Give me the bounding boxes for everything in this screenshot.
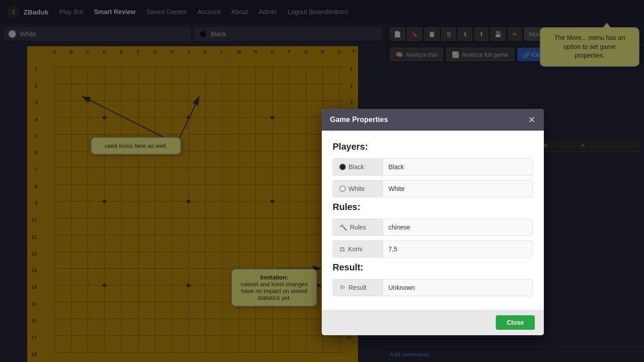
black-stone-modal-icon (339, 164, 346, 170)
rules-section: Rules: 🔨 Rules ⚖ Komi (333, 202, 533, 258)
players-section: Players: Black White (333, 142, 533, 197)
rules-label-text: Rules (350, 224, 366, 231)
players-section-title: Players: (333, 142, 533, 152)
black-player-row: Black (333, 158, 533, 176)
flag-icon: 🏳 (339, 284, 346, 291)
black-player-label: Black (333, 159, 383, 175)
result-row: 🏳 Result (333, 279, 533, 296)
modal-footer: Close (322, 310, 544, 335)
result-section: Result: 🏳 Result (333, 262, 533, 296)
scale-icon: ⚖ (339, 245, 345, 253)
result-input[interactable] (383, 279, 533, 296)
white-player-label: White (333, 181, 383, 197)
rules-row: 🔨 Rules (333, 219, 533, 236)
result-label: 🏳 Result (333, 279, 383, 296)
rules-input[interactable] (383, 219, 533, 235)
modal-title: Game Properties (330, 116, 388, 124)
rules-section-title: Rules: (333, 202, 533, 212)
rules-label: 🔨 Rules (333, 219, 383, 235)
result-section-title: Result: (333, 262, 533, 273)
modal-body: Players: Black White Rules: (322, 131, 544, 310)
hammer-icon: 🔨 (339, 224, 347, 231)
komi-label: ⚖ Komi (333, 241, 383, 257)
white-player-row: White (333, 180, 533, 197)
white-stone-modal-icon (339, 186, 346, 192)
result-label-text: Result (349, 284, 367, 291)
white-player-input[interactable] (383, 181, 533, 197)
modal-close-button[interactable]: Close (496, 315, 535, 330)
modal-header: Game Properties ✕ (322, 109, 544, 131)
black-label-text: Black (349, 163, 364, 171)
komi-label-text: Komi (348, 245, 363, 253)
modal-close-btn[interactable]: ✕ (528, 115, 536, 124)
white-label-text: White (349, 185, 365, 192)
komi-input[interactable] (383, 241, 533, 257)
komi-row: ⚖ Komi (333, 240, 533, 258)
black-player-input[interactable] (383, 159, 533, 175)
game-properties-modal: Game Properties ✕ Players: Black White (322, 109, 544, 335)
